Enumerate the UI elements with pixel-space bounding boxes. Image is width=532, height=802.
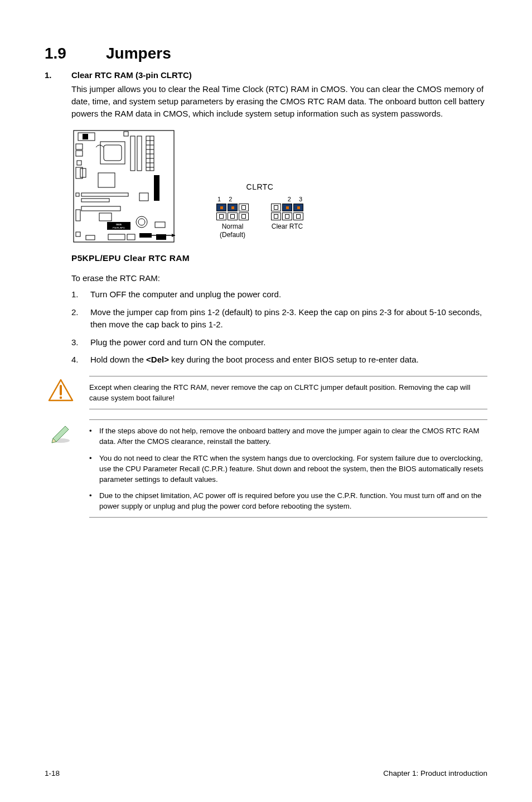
pin-capped bbox=[228, 204, 238, 211]
svg-rect-24 bbox=[81, 193, 128, 196]
normal-sublabel: (Default) bbox=[220, 231, 245, 239]
svg-rect-17 bbox=[76, 144, 83, 149]
info-text: You do not need to clear the RTC when th… bbox=[99, 453, 485, 485]
pin-label-1: 1 bbox=[217, 196, 221, 202]
motherboard-illustration: /SUS P5KPL/EPU bbox=[71, 128, 177, 248]
step-text: Move the jumper cap from pins 1-2 (defau… bbox=[90, 306, 487, 331]
warning-note: Except when clearing the RTC RAM, never … bbox=[45, 376, 487, 409]
section-title-text: Jumpers bbox=[106, 45, 171, 62]
pin-open bbox=[239, 204, 249, 211]
svg-rect-23 bbox=[154, 175, 159, 201]
pin-open bbox=[271, 204, 281, 211]
svg-rect-35 bbox=[139, 233, 152, 238]
svg-rect-18 bbox=[76, 151, 83, 156]
list-item: 2. Move the jumper cap from pins 1-2 (de… bbox=[71, 306, 487, 331]
section-number: 1.9 bbox=[45, 45, 106, 62]
jumper-clear: 23 bbox=[271, 196, 303, 230]
pin-open bbox=[293, 212, 303, 220]
step-number: 4. bbox=[71, 354, 90, 366]
caution-icon bbox=[45, 376, 77, 409]
erase-intro: To erase the RTC RAM: bbox=[71, 273, 487, 283]
list-item: •If the steps above do not help, remove … bbox=[89, 426, 485, 447]
svg-point-45 bbox=[60, 397, 62, 399]
svg-rect-21 bbox=[80, 168, 86, 177]
pin-open bbox=[271, 212, 281, 220]
step-number: 3. bbox=[71, 336, 90, 349]
svg-rect-25 bbox=[81, 199, 109, 202]
jumper-diagram: /SUS P5KPL/EPU bbox=[71, 128, 487, 263]
svg-rect-38 bbox=[108, 234, 125, 240]
step-number: 2. bbox=[71, 306, 90, 331]
svg-point-34 bbox=[138, 219, 145, 225]
item-number: 1. bbox=[45, 70, 71, 80]
svg-rect-39 bbox=[127, 234, 135, 240]
svg-point-33 bbox=[136, 216, 147, 228]
svg-rect-7 bbox=[137, 136, 142, 171]
clear-label: Clear RTC bbox=[271, 223, 303, 230]
chapter-label: Chapter 1: Product introduction bbox=[383, 769, 487, 777]
svg-rect-3 bbox=[124, 132, 128, 136]
pin-capped bbox=[216, 204, 226, 211]
svg-rect-26 bbox=[139, 193, 148, 201]
jumper-normal: 12 bbox=[216, 196, 249, 239]
svg-marker-43 bbox=[172, 234, 175, 237]
pin-open bbox=[216, 212, 226, 220]
list-item: 3. Plug the power cord and turn ON the c… bbox=[71, 336, 487, 349]
step-text: Plug the power cord and turn ON the comp… bbox=[90, 336, 487, 349]
section-heading: 1.9Jumpers bbox=[45, 45, 487, 62]
svg-rect-28 bbox=[81, 206, 120, 211]
svg-rect-41 bbox=[155, 222, 165, 228]
pin-label-2: 2 bbox=[229, 196, 232, 202]
info-bullet-list: •If the steps above do not help, remove … bbox=[89, 426, 485, 511]
pencil-icon bbox=[45, 419, 77, 518]
info-text: If the steps above do not help, remove t… bbox=[99, 426, 485, 447]
step-text: Turn OFF the computer and unplug the pow… bbox=[90, 288, 487, 301]
svg-rect-5 bbox=[104, 145, 122, 161]
step-text: Hold down the <Del> key during the boot … bbox=[90, 354, 487, 366]
item-body-text: This jumper allows you to clear the Real… bbox=[71, 83, 487, 119]
list-item: •You do not need to clear the RTC when t… bbox=[89, 453, 485, 485]
clrtc-title: CLRTC bbox=[216, 182, 303, 191]
del-key: <Del> bbox=[146, 355, 169, 364]
board-model-label: P5KPL/EPU bbox=[113, 226, 125, 229]
page-number: 1-18 bbox=[45, 769, 60, 777]
normal-label: Normal bbox=[222, 223, 244, 230]
pin-capped bbox=[282, 204, 292, 211]
list-item: 1. Turn OFF the computer and unplug the … bbox=[71, 288, 487, 301]
list-item: •Due to the chipset limitation, AC power… bbox=[89, 490, 485, 511]
svg-rect-22 bbox=[98, 173, 115, 187]
diagram-caption: P5KPL/EPU Clear RTC RAM bbox=[71, 253, 487, 263]
svg-rect-30 bbox=[76, 210, 80, 221]
svg-rect-6 bbox=[130, 136, 135, 171]
svg-rect-36 bbox=[76, 232, 80, 236]
pin-open bbox=[239, 212, 249, 220]
svg-rect-2 bbox=[83, 134, 88, 139]
pin-open bbox=[282, 212, 292, 220]
pin-label-2b: 2 bbox=[288, 196, 291, 202]
step-number: 1. bbox=[71, 288, 90, 301]
pin-label-3: 3 bbox=[299, 196, 302, 202]
item-title: Clear RTC RAM (3-pin CLRTC) bbox=[71, 70, 192, 80]
pin-open bbox=[228, 212, 238, 220]
svg-rect-37 bbox=[86, 235, 95, 240]
svg-rect-27 bbox=[76, 193, 79, 196]
page-footer: 1-18 Chapter 1: Product introduction bbox=[45, 769, 487, 777]
svg-rect-20 bbox=[76, 167, 83, 178]
list-item: 4. Hold down the <Del> key during the bo… bbox=[71, 354, 487, 366]
svg-rect-29 bbox=[99, 213, 112, 221]
svg-text:/SUS: /SUS bbox=[116, 223, 122, 226]
svg-rect-19 bbox=[77, 161, 81, 165]
steps-list: 1. Turn OFF the computer and unplug the … bbox=[71, 288, 487, 366]
warning-text: Except when clearing the RTC RAM, never … bbox=[89, 376, 487, 409]
clrtc-jumper-detail: CLRTC 12 bbox=[216, 182, 303, 248]
info-text: Due to the chipset limitation, AC power … bbox=[99, 490, 485, 511]
pin-capped bbox=[293, 204, 303, 211]
info-note: •If the steps above do not help, remove … bbox=[45, 419, 487, 518]
